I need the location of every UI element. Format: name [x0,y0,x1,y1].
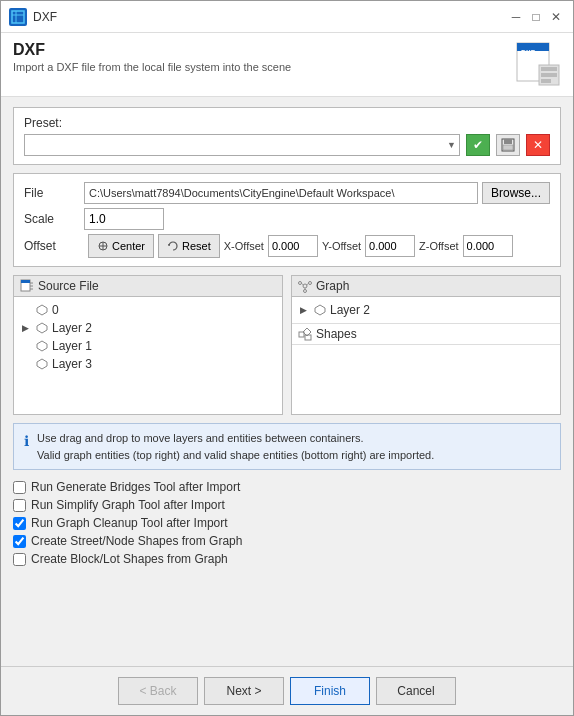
checkbox-item-4[interactable]: Create Street/Node Shapes from Graph [13,532,561,550]
checkbox-2[interactable] [13,499,26,512]
preset-label: Preset: [24,116,550,130]
graph-header: Graph [292,276,560,297]
scale-input[interactable] [84,208,164,230]
checkbox-5[interactable] [13,553,26,566]
maximize-button[interactable]: □ [527,8,545,26]
checkbox-label-1: Run Generate Bridges Tool after Import [31,480,240,494]
info-box: ℹ Use drag and drop to move layers and e… [13,423,561,470]
svg-marker-23 [37,323,47,333]
graph-icon [298,279,312,293]
info-text-2: Valid graph entities (top right) and val… [37,449,434,461]
dxf-file-icon: DXF [515,41,561,90]
header-section: DXF Import a DXF file from the local fil… [1,33,573,97]
svg-line-31 [307,284,309,286]
svg-point-27 [299,282,302,285]
cancel-button[interactable]: Cancel [376,677,456,705]
svg-marker-24 [37,341,47,351]
svg-rect-11 [504,139,512,144]
item-label: Layer 2 [52,321,92,335]
main-content: Preset: ✔ ✕ [1,97,573,666]
x-offset-label: X-Offset [224,240,264,252]
svg-line-30 [302,284,304,286]
z-offset-label: Z-Offset [419,240,459,252]
list-item[interactable]: Layer 1 [18,337,278,355]
delete-preset-button[interactable]: ✕ [526,134,550,156]
y-offset-input[interactable] [365,235,415,257]
graph-title: Graph [316,279,349,293]
item-label: 0 [52,303,59,317]
offset-label: Offset [24,239,84,253]
list-item[interactable]: ▶ Layer 2 [18,319,278,337]
svg-rect-18 [21,280,30,283]
finish-button[interactable]: Finish [290,677,370,705]
source-file-panel: Source File 0 ▶ La [13,275,283,415]
svg-rect-0 [12,11,24,23]
x-offset-input[interactable] [268,235,318,257]
preset-section: Preset: ✔ ✕ [13,107,561,165]
checkbox-label-3: Run Graph Cleanup Tool after Import [31,516,228,530]
close-button[interactable]: ✕ [547,8,565,26]
app-icon [9,8,27,26]
list-item[interactable]: 0 [18,301,278,319]
checkbox-3[interactable] [13,517,26,530]
layer-icon [35,303,49,317]
minimize-button[interactable]: ─ [507,8,525,26]
svg-rect-12 [503,145,513,150]
svg-rect-7 [541,73,557,77]
checkbox-label-5: Create Block/Lot Shapes from Graph [31,552,228,566]
title-bar: DXF ─ □ ✕ [1,1,573,33]
file-section: File C:\Users\matt7894\Documents\CityEng… [13,173,561,267]
page-subtitle: Import a DXF file from the local file sy… [13,61,507,73]
browse-button[interactable]: Browse... [482,182,550,204]
shapes-label: Shapes [292,323,560,344]
layer-icon [35,339,49,353]
panels-row: Source File 0 ▶ La [13,275,561,415]
svg-text:DXF: DXF [521,49,536,56]
layer-icon [35,357,49,371]
svg-marker-22 [37,305,47,315]
source-file-body: 0 ▶ Layer 2 Layer 1 [14,297,282,377]
graph-panel: Graph ▶ Layer 2 [291,275,561,415]
scale-label: Scale [24,212,84,226]
svg-rect-36 [305,335,311,340]
svg-point-29 [304,290,307,293]
confirm-preset-button[interactable]: ✔ [466,134,490,156]
save-preset-button[interactable] [496,134,520,156]
info-icon: ℹ [24,431,29,463]
expand-icon: ▶ [300,305,310,315]
checkbox-item-3[interactable]: Run Graph Cleanup Tool after Import [13,514,561,532]
checkbox-item-1[interactable]: Run Generate Bridges Tool after Import [13,478,561,496]
checkbox-label-4: Create Street/Node Shapes from Graph [31,534,242,548]
center-label: Center [112,240,145,252]
checkbox-4[interactable] [13,535,26,548]
window-controls: ─ □ ✕ [507,8,565,26]
svg-rect-8 [541,79,551,83]
page-title: DXF [13,41,507,59]
center-button[interactable]: Center [88,234,154,258]
source-file-icon [20,279,34,293]
window-title: DXF [33,10,507,24]
checkbox-label-2: Run Simplify Graph Tool after Import [31,498,225,512]
back-button[interactable]: < Back [118,677,198,705]
checkbox-group: Run Generate Bridges Tool after Import R… [13,478,561,568]
svg-marker-33 [315,305,325,315]
reset-label: Reset [182,240,211,252]
item-label: Layer 1 [52,339,92,353]
next-button[interactable]: Next > [204,677,284,705]
footer: < Back Next > Finish Cancel [1,666,573,715]
list-item[interactable]: Layer 3 [18,355,278,373]
z-offset-input[interactable] [463,235,513,257]
svg-marker-25 [37,359,47,369]
svg-rect-6 [541,67,557,71]
checkbox-item-5[interactable]: Create Block/Lot Shapes from Graph [13,550,561,568]
reset-button[interactable]: Reset [158,234,220,258]
checkbox-item-2[interactable]: Run Simplify Graph Tool after Import [13,496,561,514]
list-item[interactable]: ▶ Layer 2 [296,301,556,319]
source-file-header: Source File [14,276,282,297]
checkbox-1[interactable] [13,481,26,494]
file-path-display: C:\Users\matt7894\Documents\CityEngine\D… [84,182,478,204]
shapes-title: Shapes [316,327,357,341]
preset-select[interactable] [24,134,460,156]
shapes-icon [298,327,312,341]
layer-icon [35,321,49,335]
